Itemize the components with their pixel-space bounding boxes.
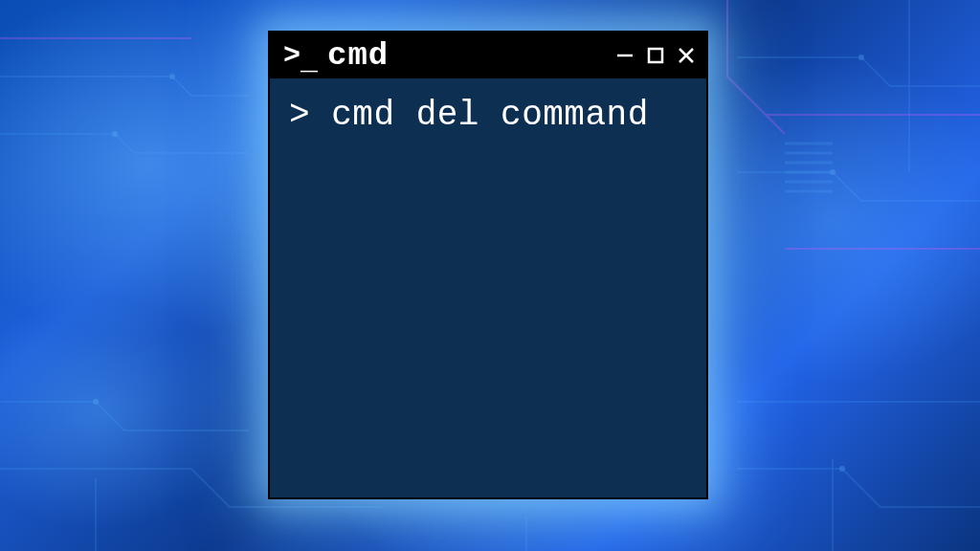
- titlebar[interactable]: >_ cmd: [270, 33, 706, 78]
- terminal-window: >_ cmd >: [268, 31, 708, 499]
- svg-point-2: [93, 399, 99, 405]
- svg-rect-13: [649, 49, 662, 62]
- close-button[interactable]: [676, 45, 697, 66]
- svg-point-3: [858, 55, 864, 60]
- prompt-symbol: >: [289, 96, 331, 135]
- svg-point-0: [169, 74, 175, 79]
- maximize-button[interactable]: [645, 45, 666, 66]
- command-text: cmd del command: [331, 96, 649, 135]
- svg-point-5: [839, 466, 845, 472]
- window-controls: [614, 45, 697, 66]
- minimize-button[interactable]: [614, 45, 635, 66]
- window-title: cmd: [327, 37, 389, 74]
- command-line: > cmd del command: [289, 94, 687, 137]
- terminal-body[interactable]: > cmd del command: [270, 78, 706, 497]
- terminal-prompt-icon: >_: [283, 39, 316, 72]
- svg-point-1: [112, 131, 118, 137]
